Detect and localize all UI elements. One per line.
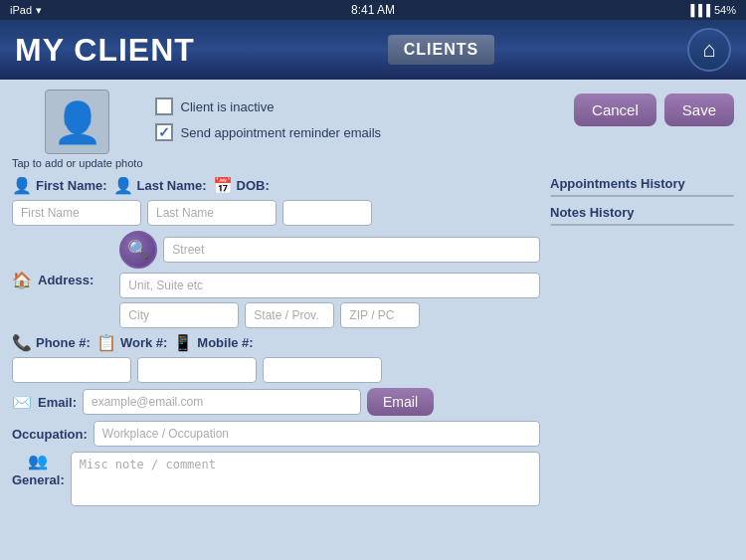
status-bar: iPad ▾ 8:41 AM ▐▐▐ 54%: [0, 0, 746, 20]
first-name-group: 👤 First Name:: [12, 176, 107, 195]
name-inputs-row: [12, 200, 540, 226]
page-title: MY CLIENT: [15, 32, 195, 69]
clients-badge: CLIENTS: [388, 35, 494, 65]
checkboxes-area: Client is inactive Send appointment remi…: [155, 90, 382, 141]
mobile-label: Mobile #:: [197, 335, 253, 350]
email-row: ✉️ Email: Email: [12, 388, 540, 416]
occupation-input[interactable]: [93, 421, 540, 447]
person2-field-icon: 👤: [113, 176, 133, 195]
appointments-panel: Appointments History: [550, 176, 734, 197]
cancel-button[interactable]: Cancel: [574, 93, 656, 126]
globe-symbol: 🔍: [127, 239, 149, 261]
address-row-with-globe: 🔍: [119, 231, 540, 269]
photo-area: 👤 Tap to add or update photo: [12, 90, 143, 170]
address-icon: 🏠: [12, 271, 32, 289]
ipad-label: iPad: [10, 4, 32, 16]
appointments-box: [550, 195, 734, 197]
phone-group: 📞 Phone #:: [12, 333, 91, 352]
inactive-label: Client is inactive: [181, 99, 275, 114]
zip-input[interactable]: [340, 302, 420, 328]
battery-label: 54%: [714, 4, 736, 16]
email-icon: ✉️: [12, 393, 32, 412]
work-icon: 📋: [96, 333, 116, 352]
person-icon: 👤: [53, 102, 102, 142]
header: MY CLIENT CLIENTS ⌂: [0, 20, 746, 80]
address-row: 🏠 Address: 🔍: [12, 231, 540, 328]
dob-input[interactable]: [282, 200, 372, 226]
appointments-title: Appointments History: [550, 176, 734, 191]
dob-label: DOB:: [237, 178, 270, 193]
last-name-label: Last Name:: [137, 178, 207, 193]
top-section: 👤 Tap to add or update photo Client is i…: [12, 90, 734, 170]
work-input[interactable]: [137, 357, 257, 383]
general-textarea[interactable]: [71, 452, 540, 506]
city-input[interactable]: [119, 302, 239, 328]
occupation-row: Occupation:: [12, 421, 540, 447]
calendar-icon: 📅: [213, 176, 233, 195]
general-label-group: 👥 General:: [12, 452, 65, 487]
phone-label: Phone #:: [36, 335, 91, 350]
home-button[interactable]: ⌂: [687, 28, 731, 72]
home-icon: ⌂: [702, 37, 715, 63]
notes-panel: Notes History: [550, 205, 734, 226]
history-area: Appointments History Notes History: [550, 176, 734, 550]
phone-inputs-row: [12, 357, 540, 383]
dob-group: 📅 DOB:: [213, 176, 270, 195]
occupation-label: Occupation:: [12, 427, 88, 442]
work-label: Work #:: [120, 335, 167, 350]
first-name-label: First Name:: [36, 178, 107, 193]
email-label: Email:: [38, 395, 77, 410]
phone-icon: 📞: [12, 333, 32, 352]
status-time: 8:41 AM: [351, 3, 395, 17]
save-button[interactable]: Save: [664, 93, 734, 126]
phone-labels-row: 📞 Phone #: 📋 Work #: 📱 Mobile #:: [12, 333, 540, 352]
work-group: 📋 Work #:: [96, 333, 167, 352]
last-name-input[interactable]: [147, 200, 277, 226]
content-area: 👤 Tap to add or update photo Client is i…: [0, 80, 746, 560]
reminder-checkbox[interactable]: [155, 123, 173, 141]
notes-title: Notes History: [550, 205, 734, 220]
name-row: 👤 First Name: 👤 Last Name: 📅 DOB:: [12, 176, 540, 195]
address-fields: 🔍: [119, 231, 540, 328]
status-left: iPad ▾: [10, 4, 42, 17]
inactive-row: Client is inactive: [155, 97, 382, 115]
city-state-zip-row: [119, 302, 540, 328]
header-center: CLIENTS: [388, 35, 494, 65]
mobile-group: 📱 Mobile #:: [173, 333, 253, 352]
address-label: Address:: [38, 273, 93, 287]
inactive-checkbox[interactable]: [155, 97, 173, 115]
email-input[interactable]: [83, 389, 361, 415]
status-right: ▐▐▐ 54%: [687, 4, 736, 16]
email-button[interactable]: Email: [367, 388, 434, 416]
photo-placeholder[interactable]: 👤: [45, 90, 109, 154]
action-buttons: Cancel Save: [574, 90, 734, 126]
reminder-label: Send appointment reminder emails: [181, 125, 382, 140]
form-and-history: 👤 First Name: 👤 Last Name: 📅 DOB:: [12, 176, 734, 550]
state-input[interactable]: [245, 302, 334, 328]
street-input[interactable]: [163, 237, 540, 263]
form-area: 👤 First Name: 👤 Last Name: 📅 DOB:: [12, 176, 540, 550]
mobile-input[interactable]: [263, 357, 382, 383]
photo-tap-text[interactable]: Tap to add or update photo: [12, 156, 143, 170]
globe-search-icon[interactable]: 🔍: [119, 231, 157, 269]
mobile-icon: 📱: [173, 333, 193, 352]
signal-icon: ▐▐▐: [687, 4, 710, 16]
general-label: General:: [12, 472, 65, 487]
general-row: 👥 General:: [12, 452, 540, 506]
unit-input[interactable]: [119, 273, 540, 298]
wifi-icon: ▾: [36, 4, 42, 17]
reminder-row: Send appointment reminder emails: [155, 123, 382, 141]
first-name-input[interactable]: [12, 200, 141, 226]
person-field-icon: 👤: [12, 176, 32, 195]
last-name-group: 👤 Last Name:: [113, 176, 207, 195]
phone-input[interactable]: [12, 357, 131, 383]
notes-box: [550, 224, 734, 226]
general-icon: 👥: [28, 452, 48, 470]
